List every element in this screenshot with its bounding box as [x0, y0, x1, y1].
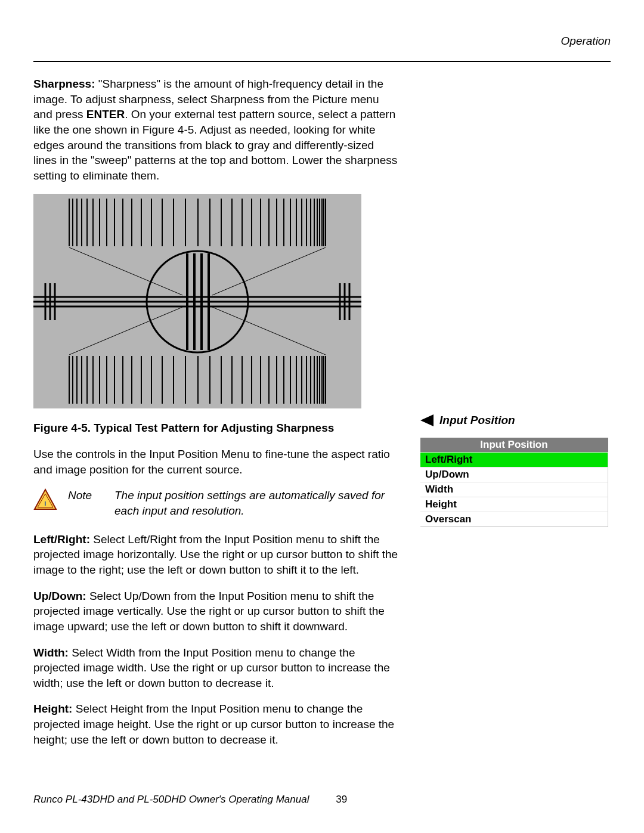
input-position-heading-text: Input Position	[439, 414, 515, 427]
menu-item-2[interactable]: Width	[420, 482, 608, 497]
updown-label: Up/Down:	[33, 590, 86, 602]
enter-key: ENTER	[86, 108, 125, 120]
figure-caption: Figure 4-5. Typical Test Pattern for Adj…	[33, 420, 400, 436]
updown-text: Select Up/Down from the Input Position m…	[33, 590, 385, 633]
input-position-menu: Input Position Left/Right Up/Down Width …	[420, 438, 608, 527]
updown-paragraph: Up/Down: Select Up/Down from the Input P…	[33, 589, 400, 634]
header-rule	[33, 61, 611, 62]
width-label: Width:	[33, 646, 69, 659]
menu-item-1[interactable]: Up/Down	[420, 467, 608, 482]
input-position-intro: Use the controls in the Input Position M…	[33, 447, 400, 477]
warning-icon: i	[33, 488, 57, 512]
height-label: Height:	[33, 702, 72, 715]
leftright-paragraph: Left/Right: Select Left/Right from the I…	[33, 532, 400, 578]
width-text: Select Width from the Input Position men…	[33, 646, 390, 689]
input-position-heading: Input Position	[420, 414, 608, 427]
menu-item-3[interactable]: Height	[420, 497, 608, 512]
footer: Runco PL-43DHD and PL-50DHD Owner's Oper…	[33, 794, 347, 806]
header-section: Operation	[33, 35, 611, 48]
height-text: Select Height from the Input Position me…	[33, 702, 394, 745]
note-block: i Note The input position settings are a…	[33, 488, 400, 518]
note-label: Note	[68, 488, 104, 503]
note-text: The input position settings are automati…	[114, 488, 400, 518]
test-pattern-figure	[33, 194, 361, 408]
menu-item-4[interactable]: Overscan	[420, 512, 608, 527]
triangle-left-icon	[420, 414, 434, 426]
height-paragraph: Height: Select Height from the Input Pos…	[33, 701, 400, 747]
width-paragraph: Width: Select Width from the Input Posit…	[33, 645, 400, 691]
menu-item-0[interactable]: Left/Right	[420, 453, 608, 467]
svg-text:i: i	[45, 500, 47, 507]
leftright-label: Left/Right:	[33, 533, 90, 546]
sharpness-label: Sharpness:	[33, 78, 95, 90]
footer-manual: Runco PL-43DHD and PL-50DHD Owner's Oper…	[33, 794, 309, 805]
footer-page: 39	[336, 794, 347, 805]
menu-title: Input Position	[420, 438, 608, 453]
sharpness-paragraph: Sharpness: "Sharpness" is the amount of …	[33, 76, 400, 183]
